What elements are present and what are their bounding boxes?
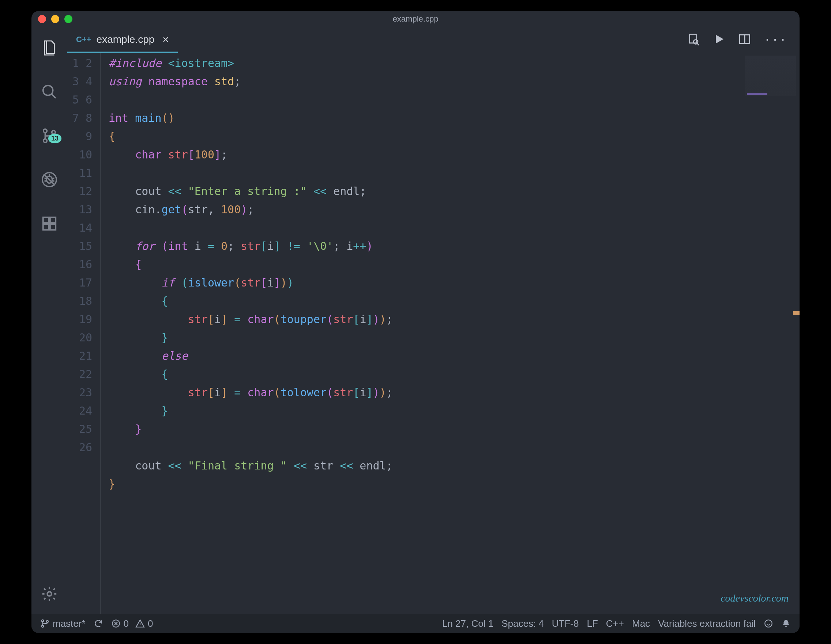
window-title: example.cpp	[32, 14, 799, 24]
svg-point-15	[42, 625, 43, 627]
sync-icon[interactable]	[94, 619, 103, 628]
svg-rect-11	[690, 34, 696, 43]
titlebar: example.cpp	[32, 11, 799, 27]
explorer-icon[interactable]	[40, 35, 59, 61]
code-editor[interactable]: 1 2 3 4 5 6 7 8 9 10 11 12 13 14 15 16 1…	[67, 53, 799, 614]
svg-rect-7	[50, 217, 56, 223]
encoding-status[interactable]: UTF-8	[552, 618, 579, 630]
svg-point-1	[43, 129, 47, 133]
svg-point-0	[43, 86, 53, 96]
split-editor-icon[interactable]	[738, 33, 751, 47]
language-mode-status[interactable]: C++	[606, 618, 624, 630]
tab-filename: example.cpp	[97, 33, 155, 45]
tab-close-icon[interactable]: ×	[162, 33, 169, 46]
editor-area: C++ example.cpp × ···	[67, 27, 799, 614]
notifications-bell-icon[interactable]	[781, 619, 791, 628]
app-window: example.cpp 13	[32, 11, 799, 633]
svg-point-14	[42, 620, 43, 622]
activity-bar: 13	[32, 27, 67, 614]
window-minimize-button[interactable]	[51, 15, 59, 23]
tab-example-cpp[interactable]: C++ example.cpp ×	[67, 27, 178, 53]
window-close-button[interactable]	[38, 15, 46, 23]
more-actions-icon[interactable]: ···	[764, 33, 787, 47]
svg-point-2	[43, 139, 47, 143]
cursor-position-status[interactable]: Ln 27, Col 1	[442, 618, 494, 630]
svg-point-18	[765, 620, 772, 627]
svg-rect-8	[43, 224, 49, 230]
watermark: codevscolor.com	[721, 589, 788, 607]
line-number-gutter: 1 2 3 4 5 6 7 8 9 10 11 12 13 14 15 16 1…	[67, 53, 100, 614]
window-zoom-button[interactable]	[64, 15, 72, 23]
settings-gear-icon[interactable]	[40, 581, 59, 607]
minimap[interactable]	[745, 56, 796, 96]
editor-actions: ···	[675, 27, 799, 53]
svg-point-10	[47, 592, 52, 596]
debug-disabled-icon[interactable]	[40, 167, 59, 193]
overview-ruler-mark	[793, 311, 799, 315]
tab-bar: C++ example.cpp × ···	[67, 27, 799, 53]
svg-point-16	[46, 620, 48, 622]
svg-point-3	[52, 131, 56, 134]
search-icon[interactable]	[40, 79, 59, 105]
eol-status[interactable]: LF	[587, 618, 598, 630]
git-branch-status[interactable]: master*	[40, 618, 86, 630]
cpp-file-icon: C++	[76, 35, 91, 44]
source-control-icon[interactable]: 13	[40, 123, 59, 148]
find-in-file-icon[interactable]	[687, 33, 700, 47]
indentation-status[interactable]: Spaces: 4	[501, 618, 544, 630]
os-status[interactable]: Mac	[632, 618, 650, 630]
feedback-smiley-icon[interactable]	[764, 619, 773, 628]
traffic-lights	[38, 15, 72, 23]
extensions-icon[interactable]	[40, 211, 59, 236]
status-bar: master* 0 0 Ln 27, Col 1 Spaces: 4 UTF-8…	[32, 614, 799, 633]
problems-status[interactable]: 0 0	[111, 618, 153, 630]
code-content[interactable]: #include <iostream> using namespace std;…	[100, 53, 799, 614]
scm-badge: 13	[48, 134, 61, 143]
extension-status[interactable]: Variables extraction fail	[658, 618, 756, 630]
svg-rect-9	[50, 224, 56, 230]
run-icon[interactable]	[713, 33, 726, 47]
svg-rect-6	[43, 217, 49, 223]
